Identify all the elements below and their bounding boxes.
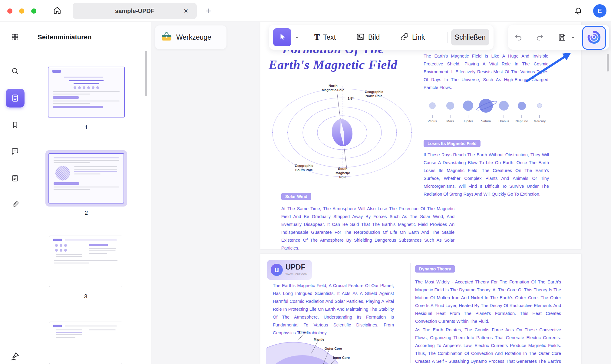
schliessen-button[interactable]: Schließen bbox=[451, 29, 489, 45]
window-scrollbar[interactable] bbox=[607, 54, 609, 71]
planet-item: Saturn bbox=[477, 98, 495, 128]
close-window-button[interactable] bbox=[7, 8, 12, 14]
label-inner-core: Inner Core bbox=[333, 356, 357, 360]
preview-line bbox=[56, 332, 82, 333]
page-thumbnails-button[interactable] bbox=[6, 89, 25, 108]
preview-line bbox=[74, 166, 117, 167]
preview-line bbox=[53, 94, 90, 94]
save-button[interactable] bbox=[558, 33, 566, 41]
preview-row bbox=[52, 70, 120, 78]
updf-ai-button[interactable] bbox=[582, 26, 606, 50]
thumbnail-page-3[interactable] bbox=[49, 236, 122, 287]
thumbnail-page-number: 1 bbox=[48, 124, 125, 131]
preview-badge bbox=[53, 106, 103, 108]
preview-line bbox=[53, 101, 120, 101]
thumbnail-page-1[interactable] bbox=[48, 67, 125, 117]
select-tool-button[interactable] bbox=[273, 28, 291, 46]
preview-line bbox=[54, 157, 119, 158]
image-tool-button[interactable]: Bild bbox=[356, 28, 380, 46]
link-tool-button[interactable]: Link bbox=[400, 28, 425, 46]
preview-row bbox=[53, 239, 118, 241]
dynamo-paragraph-1: The Most Widely - Accepted Theory For Th… bbox=[415, 278, 561, 325]
signature-button[interactable] bbox=[8, 349, 22, 363]
document-view-area: Formation Of The Earth's Magnetic Field … bbox=[151, 22, 611, 364]
new-tab-button[interactable]: + bbox=[202, 5, 214, 17]
notifications-button[interactable] bbox=[573, 6, 584, 17]
grid-view-button[interactable] bbox=[8, 30, 22, 44]
minimize-window-button[interactable] bbox=[19, 8, 24, 14]
planet-label: Jupiter bbox=[463, 119, 473, 123]
preview-line bbox=[53, 103, 90, 104]
planet-circle bbox=[537, 103, 542, 108]
toolbar-divider bbox=[552, 32, 552, 43]
werkzeuge-button[interactable]: Werkzeuge bbox=[155, 25, 226, 49]
solar-wind-paragraph: At The Same Time, The Atmosphere Will Al… bbox=[281, 205, 454, 252]
preview-dots bbox=[55, 244, 85, 247]
tab-close-icon[interactable]: ✕ bbox=[182, 7, 190, 15]
user-avatar[interactable]: E bbox=[593, 4, 606, 18]
loses-magnetic-field-badge: Loses Its Magnetic Field bbox=[424, 140, 481, 147]
document-tab[interactable]: sample-UPDF ✕ bbox=[73, 3, 197, 19]
select-tool-dropdown[interactable] bbox=[294, 34, 300, 41]
save-dropdown[interactable] bbox=[570, 33, 576, 41]
solar-wind-badge: Solar Wind bbox=[281, 193, 311, 200]
dynamo-theory-badge: Dynamo Theory bbox=[415, 265, 455, 273]
preview-row bbox=[53, 328, 118, 339]
planet-size-chart: Venus Mars Jupiter Saturn Uranus Neptune… bbox=[423, 98, 549, 128]
search-button[interactable] bbox=[8, 64, 22, 78]
planet-item: Mercury bbox=[531, 98, 549, 128]
planet-tick bbox=[486, 115, 486, 118]
attachments-button[interactable] bbox=[8, 197, 22, 211]
preview-line bbox=[74, 174, 101, 174]
loses-paragraph: If These Rays Reach The Earth Without Ob… bbox=[424, 151, 549, 198]
annotations-button[interactable] bbox=[8, 171, 22, 185]
werkzeuge-label: Werkzeuge bbox=[176, 33, 211, 41]
preview-line bbox=[54, 263, 89, 263]
comments-button[interactable] bbox=[8, 144, 22, 158]
thumbnails-scrollbar[interactable] bbox=[145, 51, 147, 96]
label-mantle: Mantle bbox=[314, 337, 335, 342]
preview-line bbox=[56, 256, 82, 257]
preview-line bbox=[89, 253, 107, 254]
pdf-page-2[interactable]: u UPDF WWW.UPDF.COM The Earth's Magnetic… bbox=[260, 254, 581, 364]
undo-button[interactable] bbox=[514, 33, 523, 41]
updf-logo-icon: u bbox=[271, 264, 283, 276]
text-tool-button[interactable]: T Text bbox=[314, 28, 336, 46]
image-tool-label: Bild bbox=[368, 33, 380, 41]
preview-line bbox=[56, 329, 82, 330]
preview-line bbox=[56, 254, 82, 255]
thumbnail-preview bbox=[51, 324, 120, 362]
title-bar: sample-UPDF ✕ + E bbox=[0, 0, 611, 22]
preview-logo bbox=[52, 70, 61, 73]
ai-swirl-icon bbox=[587, 30, 601, 46]
preview-line bbox=[74, 171, 117, 172]
home-button[interactable] bbox=[50, 4, 65, 18]
zoom-window-button[interactable] bbox=[31, 8, 36, 14]
left-icon-rail bbox=[0, 22, 30, 364]
toolbar-divider bbox=[447, 32, 448, 43]
thumbnail-page-4[interactable] bbox=[49, 322, 122, 364]
text-tool-label: Text bbox=[323, 33, 336, 41]
preview-row bbox=[53, 325, 118, 327]
planet-circle bbox=[479, 99, 493, 113]
planet-item: Venus bbox=[423, 98, 441, 128]
preview-badge bbox=[89, 244, 108, 246]
preview-line bbox=[54, 189, 90, 190]
label-geographic-north-pole: Geographic North Pole bbox=[357, 90, 391, 98]
thumbnail-preview bbox=[51, 69, 122, 115]
preview-logo bbox=[53, 239, 62, 241]
preview-line bbox=[89, 329, 116, 330]
thumbnail-preview bbox=[51, 238, 120, 285]
pdf-page-1[interactable]: Formation Of The Earth's Magnetic Field … bbox=[260, 22, 581, 249]
preview-line bbox=[53, 91, 120, 92]
avatar-initial: E bbox=[598, 8, 602, 15]
redo-button[interactable] bbox=[535, 33, 544, 41]
planet-label: Neptune bbox=[515, 119, 528, 123]
thumbnail-page-number: 3 bbox=[49, 293, 122, 300]
thumbnail-page-2[interactable] bbox=[48, 153, 124, 204]
label-south-magnetic-pole: South Magnetic Pole bbox=[328, 167, 358, 179]
planet-label: Mercury bbox=[534, 119, 546, 123]
bookmarks-button[interactable] bbox=[8, 118, 22, 131]
planet-tick bbox=[432, 115, 433, 118]
preview-dots bbox=[55, 249, 85, 252]
